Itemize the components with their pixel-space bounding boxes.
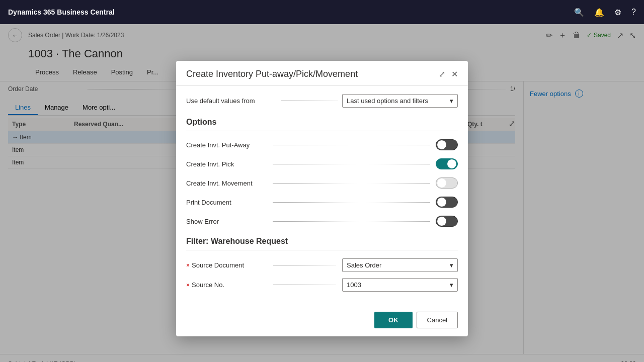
modal-dialog: Create Inventory Put-away/Pick/Movement … — [176, 61, 468, 336]
option-toggle[interactable] — [436, 177, 458, 189]
toggle-knob — [437, 178, 446, 188]
option-row: Print Document — [186, 197, 458, 208]
options-section-title: Options — [186, 118, 458, 131]
option-label: Show Error — [186, 217, 267, 225]
option-row: Create Invt. Pick — [186, 158, 458, 169]
option-toggle[interactable] — [436, 197, 458, 208]
filter-value: 1003 — [347, 281, 361, 289]
filters-list: × Source Document Sales Order ▾ × Source… — [186, 258, 458, 292]
modal-expand-button[interactable]: ⤢ — [439, 69, 445, 79]
option-toggle[interactable] — [436, 158, 458, 169]
default-values-selected: Last used options and filters — [347, 97, 428, 105]
filter-clear-button[interactable]: × — [186, 261, 190, 268]
option-row: Create Invt. Movement — [186, 177, 458, 189]
filter-dropdown[interactable]: 1003 ▾ — [342, 278, 458, 292]
option-row: Create Invt. Put-Away — [186, 139, 458, 150]
filter-value: Sales Order — [347, 261, 381, 269]
default-values-label: Use default values from — [186, 97, 277, 105]
filter-row: × Source No. 1003 ▾ — [186, 278, 458, 292]
top-navbar: Dynamics 365 Business Central 🔍 🔔 ⚙ ? — [0, 0, 644, 24]
app-title: Dynamics 365 Business Central — [8, 8, 566, 16]
toggle-knob — [437, 140, 446, 149]
modal-body: Use default values from Last used option… — [176, 86, 468, 306]
bell-icon[interactable]: 🔔 — [594, 8, 604, 17]
modal-title: Create Inventory Put-away/Pick/Movement — [186, 69, 439, 79]
ok-button[interactable]: OK — [374, 312, 413, 328]
option-toggle[interactable] — [436, 216, 458, 227]
filter-row: × Source Document Sales Order ▾ — [186, 258, 458, 272]
toggle-knob — [437, 217, 446, 226]
filter-dropdown[interactable]: Sales Order ▾ — [342, 258, 458, 272]
chevron-down-icon: ▾ — [450, 261, 453, 269]
page-area: ← Sales Order | Work Date: 1/26/2023 ✏ ＋… — [0, 24, 644, 362]
help-icon[interactable]: ? — [631, 8, 636, 17]
options-list: Create Invt. Put-Away Create Invt. Pick … — [186, 139, 458, 227]
settings-icon[interactable]: ⚙ — [614, 8, 621, 17]
filter-section-title: Filter: Warehouse Request — [186, 237, 458, 250]
modal-header-actions: ⤢ ✕ — [439, 69, 458, 79]
cancel-button[interactable]: Cancel — [417, 312, 458, 328]
chevron-down-icon: ▾ — [450, 97, 453, 105]
chevron-down-icon: ▾ — [450, 281, 453, 289]
filter-clear-button[interactable]: × — [186, 281, 190, 288]
filter-section: Filter: Warehouse Request × Source Docum… — [186, 237, 458, 292]
filter-label: Source Document — [192, 261, 267, 269]
search-icon[interactable]: 🔍 — [574, 8, 584, 17]
toggle-knob — [447, 159, 456, 168]
modal-close-button[interactable]: ✕ — [451, 69, 458, 79]
toggle-knob — [437, 198, 446, 207]
option-label: Print Document — [186, 198, 267, 206]
option-row: Show Error — [186, 216, 458, 227]
option-label: Create Invt. Put-Away — [186, 141, 267, 148]
default-values-row: Use default values from Last used option… — [186, 94, 458, 108]
option-label: Create Invt. Movement — [186, 179, 267, 187]
modal-header: Create Inventory Put-away/Pick/Movement … — [176, 61, 468, 86]
default-values-dropdown[interactable]: Last used options and filters ▾ — [342, 94, 458, 108]
option-label: Create Invt. Pick — [186, 160, 267, 167]
top-nav-icons: 🔍 🔔 ⚙ ? — [574, 8, 636, 17]
option-toggle[interactable] — [436, 139, 458, 150]
filter-label: Source No. — [192, 281, 267, 289]
modal-footer: OK Cancel — [176, 306, 468, 336]
